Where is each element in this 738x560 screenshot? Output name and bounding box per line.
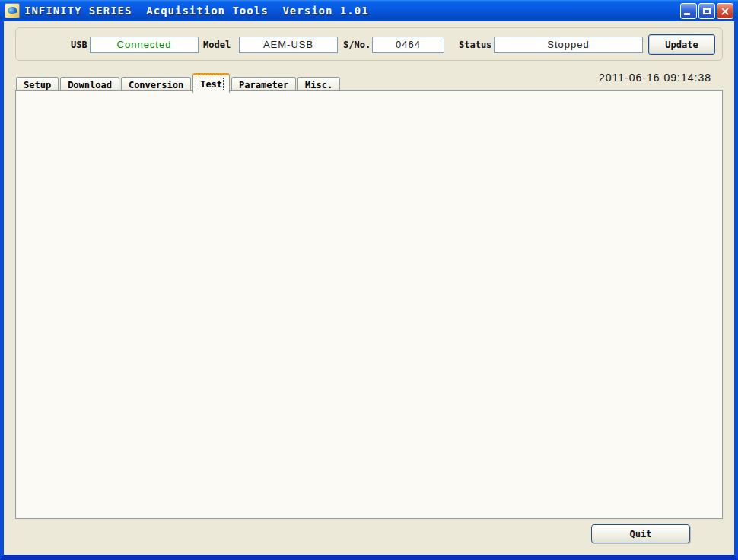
tab-test[interactable]: Test — [192, 73, 230, 93]
maximize-icon — [703, 8, 711, 14]
app-icon — [5, 3, 20, 18]
test-tab-page — [15, 90, 723, 519]
minimize-button[interactable] — [680, 3, 697, 19]
quit-button[interactable]: Quit — [591, 524, 690, 543]
usb-status-field[interactable]: Connected — [90, 37, 199, 53]
status-label: Status — [459, 40, 491, 50]
update-button[interactable]: Update — [648, 34, 715, 55]
status-panel: USB Connected Model AEM-USB S/No. 0464 S… — [15, 27, 723, 61]
client-area: USB Connected Model AEM-USB S/No. 0464 S… — [4, 21, 734, 555]
usb-label: USB — [71, 40, 87, 50]
serial-no-field[interactable]: 0464 — [372, 37, 444, 53]
datetime-display: 2011-06-16 09:14:38 — [599, 72, 711, 84]
maximize-button[interactable] — [698, 3, 715, 19]
close-button[interactable] — [717, 3, 733, 19]
model-field[interactable]: AEM-USB — [239, 37, 338, 53]
sno-label: S/No. — [343, 40, 371, 50]
status-field[interactable]: Stopped — [494, 37, 643, 53]
minimize-icon — [684, 13, 690, 15]
window-title: INFINITY SERIES Acquisition Tools Versio… — [24, 5, 369, 17]
app-window: INFINITY SERIES Acquisition Tools Versio… — [0, 0, 738, 560]
title-bar: INFINITY SERIES Acquisition Tools Versio… — [0, 0, 738, 21]
model-label: Model — [203, 40, 231, 50]
